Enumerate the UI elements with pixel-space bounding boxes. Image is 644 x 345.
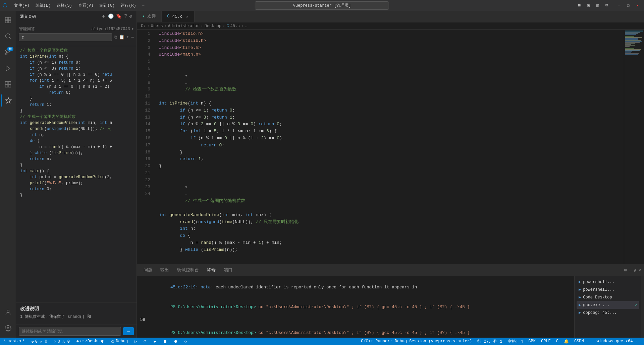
status-path[interactable]: ⊕ c:/Desktop (75, 339, 106, 344)
svg-point-7 (5, 53, 7, 55)
terminal-sidebar-gcc[interactable]: ▶ gcc.exe ... ✓ (577, 301, 639, 309)
svg-rect-3 (8, 20, 10, 23)
status-line-ending[interactable]: CRLF (540, 339, 552, 344)
status-run[interactable]: ▷ (133, 339, 138, 344)
fold-chevron-6[interactable]: … (185, 81, 187, 85)
activity-git[interactable]: 48 (1, 46, 15, 59)
window-split[interactable]: ◫ (594, 2, 601, 9)
ai-label: 智能问答 (19, 26, 35, 32)
insert-icon[interactable]: ⬆ (126, 34, 129, 40)
tab-welcome[interactable]: ✦ 欢迎 (137, 11, 162, 22)
tab-close-45c[interactable]: ✕ (185, 14, 189, 19)
window-minimize[interactable]: ⊟ (576, 2, 583, 9)
code-line-4: #include<math.h> (159, 51, 624, 58)
status-errors[interactable]: ✕ 0 △ 0 (53, 339, 71, 344)
lang-label: C (556, 339, 558, 344)
menu-more[interactable]: … (140, 2, 147, 9)
status-branch[interactable]: ⑂ master* (3, 339, 26, 344)
code-line-1: #include<stdio.h> (159, 30, 624, 38)
menu-edit[interactable]: 编辑(E) (33, 2, 54, 9)
gear-icon[interactable]: ⚙ (129, 13, 132, 19)
title-search-bar[interactable]: vuepress-starter [管理员] (255, 1, 389, 10)
activity-account[interactable] (1, 305, 15, 319)
status-debug[interactable]: ⛀ Debug (110, 339, 129, 344)
help-icon[interactable]: ? (124, 13, 127, 19)
tab-45c[interactable]: C 45.c ✕ (162, 11, 195, 22)
status-runner[interactable]: C/C++ Runner: Debug Session (vuepress-st… (360, 339, 473, 344)
editor-area: ✦ 欢迎 C 45.c ✕ C: › Users › Administrator… (137, 11, 644, 338)
status-notifications[interactable]: 🔔 (562, 339, 570, 344)
panel-layout-icon[interactable]: ⊞ (624, 267, 627, 273)
status-remote[interactable]: CSDN... (573, 339, 592, 344)
ai-ask-input[interactable] (19, 327, 121, 336)
menu-file[interactable]: 文件(F) (11, 2, 32, 9)
terminal-sidebar-ps2[interactable]: ▶ powershell... (577, 286, 639, 293)
window-grid[interactable]: ⧉ (603, 2, 611, 9)
menu-view[interactable]: 查看(V) (75, 2, 96, 9)
status-spaces[interactable]: 空格: 4 (506, 339, 525, 344)
preview-line: } (16, 108, 137, 114)
user-account: aliyun1192457043 ▾ (92, 26, 134, 31)
fold-chevron-18[interactable]: … (185, 192, 187, 196)
fold-icon-18[interactable]: ▼ (185, 186, 187, 189)
panel-tab-ports[interactable]: 端口 (220, 264, 236, 276)
status-tool1[interactable]: ⟳ (142, 339, 148, 344)
code-line-15: return 1; (159, 156, 624, 163)
status-lang[interactable]: C (555, 339, 560, 344)
ai-input-area: 智能问答 aliyun1192457043 ▾ ⧉ 📋 ⬆ ⋯ (16, 22, 137, 46)
code-line-17 (159, 170, 624, 177)
panel-more-icon[interactable]: … (629, 267, 632, 273)
window-layouts[interactable]: ▣ (585, 2, 592, 9)
preview-line: int isPrime(int n) { (16, 54, 137, 60)
status-encoding[interactable]: GBK (527, 339, 537, 344)
more-icon[interactable]: ⋯ (131, 34, 134, 40)
bookmark-icon[interactable]: 🔖 (116, 13, 122, 19)
status-sync[interactable]: ↻ 0 △ 0 (30, 339, 48, 344)
activity-settings[interactable] (1, 322, 15, 335)
terminal-sidebar-cppdbg[interactable]: ▶ cppdbg: 45:... (577, 309, 639, 317)
terminal-sidebar-code[interactable]: ▶ Code Desktop (577, 293, 639, 301)
terminal-scrollbar[interactable] (641, 276, 644, 338)
panel-tab-output[interactable]: 输出 (156, 264, 173, 276)
window-close-btn[interactable]: ✕ (634, 2, 641, 9)
status-tool5[interactable]: ♻ (183, 339, 188, 344)
new-chat-icon[interactable]: ＋ (101, 13, 106, 19)
activity-search[interactable] (1, 29, 15, 43)
history-icon[interactable]: 🕐 (108, 13, 114, 19)
status-tool2[interactable]: ▶ (152, 339, 157, 344)
ai-code-input[interactable] (19, 33, 112, 41)
status-tool3[interactable]: ⏹ (162, 339, 168, 344)
error-icon: ✕ (54, 339, 56, 344)
ai-ask-button[interactable]: → (123, 327, 134, 335)
menu-goto[interactable]: 转到(G) (97, 2, 117, 9)
preview-line: srand((unsigned)time(NULL)); // 只 (16, 126, 137, 132)
status-line[interactable]: 行 27, 列 1 (476, 339, 503, 344)
activity-extensions[interactable] (1, 78, 15, 91)
activity-explorer[interactable] (1, 13, 15, 27)
dropdown-icon[interactable]: ▾ (131, 26, 134, 31)
panel-tab-terminal[interactable]: 终端 (203, 264, 220, 276)
activity-ai[interactable] (1, 94, 15, 107)
code-content[interactable]: #include<stdio.h> #include<stdlib.h> #in… (154, 30, 624, 264)
panel-tab-problems[interactable]: 问题 (140, 264, 156, 276)
menu-select[interactable]: 选择(S) (54, 2, 75, 9)
paste-icon[interactable]: 📋 (119, 34, 124, 40)
panel-tab-debug[interactable]: 调试控制台 (173, 264, 203, 276)
panel-collapse-icon[interactable]: ∧ (634, 267, 636, 273)
terminal-main[interactable]: 45.c:22:19: note: each undeclared identi… (137, 276, 574, 338)
copy-icon[interactable]: ⧉ (114, 35, 117, 40)
menu-run[interactable]: 运行(R) (118, 2, 139, 9)
remote-label: CSDN... (574, 339, 591, 344)
window-minimize-btn[interactable]: ─ (615, 2, 623, 9)
status-tool4[interactable]: ⏺ (172, 339, 179, 344)
terminal-sidebar-ps1[interactable]: ▶ powershell... (577, 278, 639, 286)
status-platform[interactable]: windows-gcc-x64... (595, 339, 641, 344)
path-icon: ⊕ (76, 339, 79, 344)
panel-close-icon[interactable]: ✕ (639, 267, 641, 273)
activity-debug[interactable] (1, 62, 15, 75)
fold-icon-6[interactable]: ▼ (185, 74, 187, 78)
window-maximize-btn[interactable]: ❐ (625, 2, 632, 9)
minimap-content (624, 30, 644, 56)
spaces-label: 空格: 4 (508, 339, 523, 344)
svg-point-5 (5, 50, 7, 52)
